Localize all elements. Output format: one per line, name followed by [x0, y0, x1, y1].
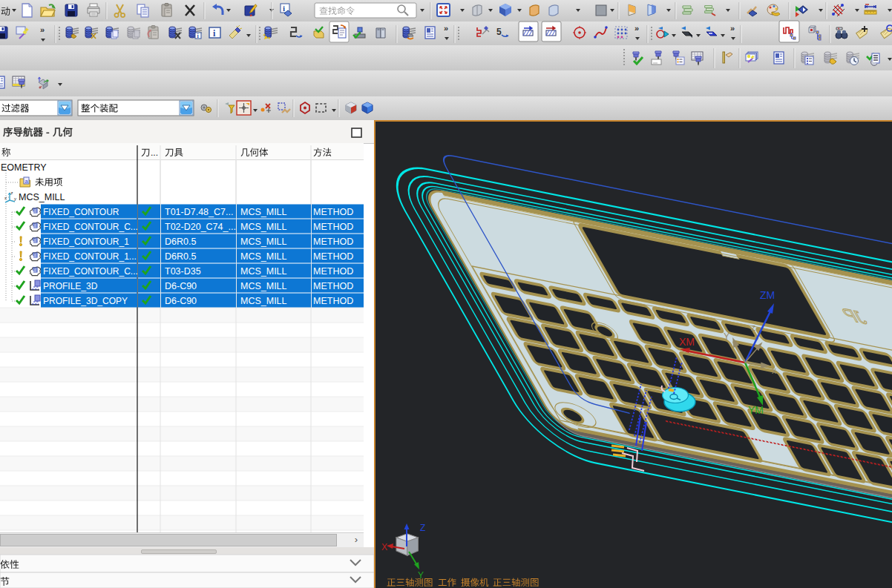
svg-text:x: x — [772, 366, 776, 376]
svg-text:ZM: ZM — [760, 289, 775, 301]
svg-text:Y: Y — [724, 331, 729, 342]
svg-text:XM: XM — [679, 336, 695, 348]
svg-text:YM: YM — [748, 404, 764, 416]
svg-text:Z: Z — [420, 523, 425, 533]
svg-text:»: » — [730, 24, 735, 33]
svg-text:5: 5 — [496, 27, 502, 37]
svg-text:X: X — [381, 542, 387, 552]
svg-text:z: z — [751, 323, 755, 333]
svg-text:»: » — [444, 24, 448, 33]
svg-text:»: » — [634, 24, 639, 33]
